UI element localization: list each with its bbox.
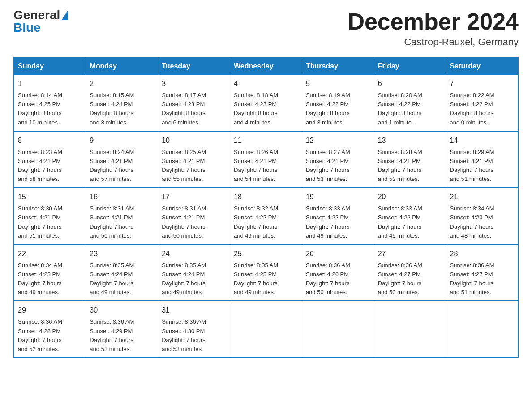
day-number: 23 xyxy=(90,248,154,259)
day-number: 13 xyxy=(378,135,442,146)
col-sunday: Sunday xyxy=(14,57,86,75)
table-row: 13 Sunrise: 8:28 AMSunset: 4:21 PMDaylig… xyxy=(374,131,446,188)
table-row: 7 Sunrise: 8:22 AMSunset: 4:22 PMDayligh… xyxy=(446,75,518,131)
calendar-week-row: 15 Sunrise: 8:30 AMSunset: 4:21 PMDaylig… xyxy=(14,188,518,244)
day-info: Sunrise: 8:35 AMSunset: 4:25 PMDaylight:… xyxy=(234,261,298,297)
day-number: 3 xyxy=(162,78,226,89)
day-info: Sunrise: 8:33 AMSunset: 4:22 PMDaylight:… xyxy=(306,204,370,240)
table-row: 23 Sunrise: 8:35 AMSunset: 4:24 PMDaylig… xyxy=(86,244,158,301)
day-info: Sunrise: 8:35 AMSunset: 4:24 PMDaylight:… xyxy=(162,261,226,297)
col-friday: Friday xyxy=(374,57,446,75)
day-info: Sunrise: 8:25 AMSunset: 4:21 PMDaylight:… xyxy=(162,148,226,184)
table-row: 27 Sunrise: 8:36 AMSunset: 4:27 PMDaylig… xyxy=(374,244,446,301)
table-row: 2 Sunrise: 8:15 AMSunset: 4:24 PMDayligh… xyxy=(86,75,158,131)
day-info: Sunrise: 8:30 AMSunset: 4:21 PMDaylight:… xyxy=(18,204,82,240)
day-info: Sunrise: 8:17 AMSunset: 4:23 PMDaylight:… xyxy=(162,91,226,127)
day-number: 21 xyxy=(450,192,514,202)
day-info: Sunrise: 8:36 AMSunset: 4:27 PMDaylight:… xyxy=(450,261,514,297)
day-number: 4 xyxy=(234,78,298,89)
table-row: 11 Sunrise: 8:26 AMSunset: 4:21 PMDaylig… xyxy=(230,131,302,188)
logo-triangle-icon xyxy=(62,10,68,20)
col-wednesday: Wednesday xyxy=(230,57,302,75)
table-row xyxy=(374,301,446,358)
day-number: 24 xyxy=(162,248,226,259)
table-row: 21 Sunrise: 8:34 AMSunset: 4:23 PMDaylig… xyxy=(446,188,518,244)
day-number: 17 xyxy=(162,192,226,202)
col-monday: Monday xyxy=(86,57,158,75)
logo-text: General Blue xyxy=(13,9,68,34)
day-info: Sunrise: 8:26 AMSunset: 4:21 PMDaylight:… xyxy=(234,148,298,184)
day-info: Sunrise: 8:20 AMSunset: 4:22 PMDaylight:… xyxy=(378,91,442,127)
day-info: Sunrise: 8:22 AMSunset: 4:22 PMDaylight:… xyxy=(450,91,514,127)
day-number: 30 xyxy=(90,305,154,316)
table-row: 15 Sunrise: 8:30 AMSunset: 4:21 PMDaylig… xyxy=(14,188,86,244)
day-info: Sunrise: 8:24 AMSunset: 4:21 PMDaylight:… xyxy=(90,148,154,184)
table-row: 18 Sunrise: 8:32 AMSunset: 4:22 PMDaylig… xyxy=(230,188,302,244)
day-info: Sunrise: 8:34 AMSunset: 4:23 PMDaylight:… xyxy=(450,204,514,240)
day-number: 18 xyxy=(234,192,298,202)
day-number: 20 xyxy=(378,192,442,202)
day-info: Sunrise: 8:33 AMSunset: 4:22 PMDaylight:… xyxy=(378,204,442,240)
day-info: Sunrise: 8:36 AMSunset: 4:26 PMDaylight:… xyxy=(306,261,370,297)
table-row: 30 Sunrise: 8:36 AMSunset: 4:29 PMDaylig… xyxy=(86,301,158,358)
table-row xyxy=(446,301,518,358)
table-row: 5 Sunrise: 8:19 AMSunset: 4:22 PMDayligh… xyxy=(302,75,374,131)
day-number: 22 xyxy=(18,248,82,259)
day-info: Sunrise: 8:36 AMSunset: 4:28 PMDaylight:… xyxy=(18,317,82,354)
table-row: 22 Sunrise: 8:34 AMSunset: 4:23 PMDaylig… xyxy=(14,244,86,301)
day-number: 6 xyxy=(378,78,442,89)
calendar-week-row: 22 Sunrise: 8:34 AMSunset: 4:23 PMDaylig… xyxy=(14,244,518,301)
table-row: 24 Sunrise: 8:35 AMSunset: 4:24 PMDaylig… xyxy=(158,244,230,301)
table-row: 19 Sunrise: 8:33 AMSunset: 4:22 PMDaylig… xyxy=(302,188,374,244)
logo-blue: Blue xyxy=(13,21,68,34)
table-row: 29 Sunrise: 8:36 AMSunset: 4:28 PMDaylig… xyxy=(14,301,86,358)
day-number: 27 xyxy=(378,248,442,259)
col-thursday: Thursday xyxy=(302,57,374,75)
page-header: General Blue December 2024 Castrop-Rauxe… xyxy=(13,9,519,48)
table-row: 3 Sunrise: 8:17 AMSunset: 4:23 PMDayligh… xyxy=(158,75,230,131)
table-row: 12 Sunrise: 8:27 AMSunset: 4:21 PMDaylig… xyxy=(302,131,374,188)
day-info: Sunrise: 8:27 AMSunset: 4:21 PMDaylight:… xyxy=(306,148,370,184)
logo-general: General xyxy=(13,9,60,21)
day-info: Sunrise: 8:34 AMSunset: 4:23 PMDaylight:… xyxy=(18,261,82,297)
calendar-week-row: 29 Sunrise: 8:36 AMSunset: 4:28 PMDaylig… xyxy=(14,301,518,358)
day-number: 2 xyxy=(90,78,154,89)
day-info: Sunrise: 8:29 AMSunset: 4:21 PMDaylight:… xyxy=(450,148,514,184)
col-tuesday: Tuesday xyxy=(158,57,230,75)
day-info: Sunrise: 8:28 AMSunset: 4:21 PMDaylight:… xyxy=(378,148,442,184)
day-info: Sunrise: 8:31 AMSunset: 4:21 PMDaylight:… xyxy=(162,204,226,240)
day-number: 8 xyxy=(18,135,82,146)
table-row: 26 Sunrise: 8:36 AMSunset: 4:26 PMDaylig… xyxy=(302,244,374,301)
day-info: Sunrise: 8:18 AMSunset: 4:23 PMDaylight:… xyxy=(234,91,298,127)
day-number: 26 xyxy=(306,248,370,259)
table-row xyxy=(302,301,374,358)
location: Castrop-Rauxel, Germany xyxy=(348,36,519,48)
day-number: 15 xyxy=(18,192,82,202)
table-row: 4 Sunrise: 8:18 AMSunset: 4:23 PMDayligh… xyxy=(230,75,302,131)
table-row: 20 Sunrise: 8:33 AMSunset: 4:22 PMDaylig… xyxy=(374,188,446,244)
calendar-table: Sunday Monday Tuesday Wednesday Thursday… xyxy=(13,57,519,358)
table-row: 28 Sunrise: 8:36 AMSunset: 4:27 PMDaylig… xyxy=(446,244,518,301)
day-info: Sunrise: 8:23 AMSunset: 4:21 PMDaylight:… xyxy=(18,148,82,184)
table-row: 9 Sunrise: 8:24 AMSunset: 4:21 PMDayligh… xyxy=(86,131,158,188)
day-number: 9 xyxy=(90,135,154,146)
table-row: 1 Sunrise: 8:14 AMSunset: 4:25 PMDayligh… xyxy=(14,75,86,131)
day-info: Sunrise: 8:14 AMSunset: 4:25 PMDaylight:… xyxy=(18,91,82,127)
title-block: December 2024 Castrop-Rauxel, Germany xyxy=(348,9,519,48)
day-number: 7 xyxy=(450,78,514,89)
day-info: Sunrise: 8:36 AMSunset: 4:27 PMDaylight:… xyxy=(378,261,442,297)
table-row: 17 Sunrise: 8:31 AMSunset: 4:21 PMDaylig… xyxy=(158,188,230,244)
day-number: 10 xyxy=(162,135,226,146)
table-row: 8 Sunrise: 8:23 AMSunset: 4:21 PMDayligh… xyxy=(14,131,86,188)
calendar-week-row: 1 Sunrise: 8:14 AMSunset: 4:25 PMDayligh… xyxy=(14,75,518,131)
day-info: Sunrise: 8:36 AMSunset: 4:30 PMDaylight:… xyxy=(162,317,226,354)
col-saturday: Saturday xyxy=(446,57,518,75)
day-number: 29 xyxy=(18,305,82,316)
day-info: Sunrise: 8:32 AMSunset: 4:22 PMDaylight:… xyxy=(234,204,298,240)
logo: General Blue xyxy=(13,9,68,34)
day-info: Sunrise: 8:15 AMSunset: 4:24 PMDaylight:… xyxy=(90,91,154,127)
day-info: Sunrise: 8:31 AMSunset: 4:21 PMDaylight:… xyxy=(90,204,154,240)
month-title: December 2024 xyxy=(348,9,519,34)
day-number: 19 xyxy=(306,192,370,202)
day-number: 12 xyxy=(306,135,370,146)
